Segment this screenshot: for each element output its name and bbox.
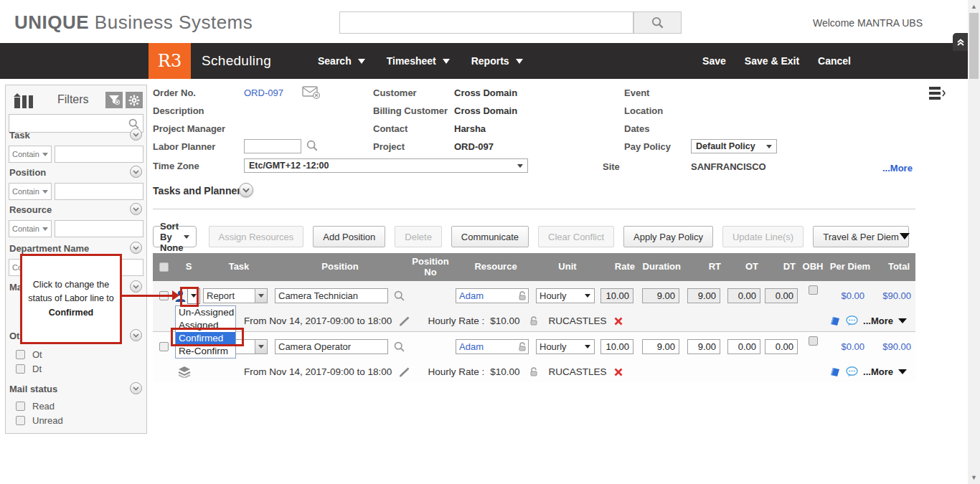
unlock-icon[interactable] (518, 291, 527, 301)
status-option-assigned[interactable]: Assigned (176, 319, 235, 332)
pay-policy-select[interactable]: Default Policy (691, 139, 777, 153)
resource-operator-select[interactable]: Contain (9, 220, 52, 237)
unread-checkbox[interactable] (16, 416, 25, 425)
book-icon[interactable] (829, 315, 841, 326)
communicate-button[interactable]: Communicate (451, 226, 529, 247)
dt-input[interactable]: 0.00 (765, 288, 798, 303)
update-lines-button[interactable]: Update Line(s) (722, 226, 804, 247)
add-position-button[interactable]: Add Position (313, 226, 385, 247)
search-icon[interactable] (393, 290, 405, 302)
remove-crew-icon[interactable] (614, 317, 623, 326)
menu-reports[interactable]: Reports (471, 55, 523, 67)
toolbar-more-caret-icon[interactable] (900, 233, 910, 239)
sort-by-select[interactable]: Sort By None (153, 226, 197, 247)
search-icon[interactable] (306, 139, 319, 152)
position-filter-input[interactable] (55, 183, 143, 200)
section-collapse-chevron-icon[interactable] (130, 128, 142, 141)
scroll-up-icon[interactable]: ▲ (968, 1, 980, 12)
section-collapse-chevron-icon[interactable] (130, 382, 142, 394)
menu-search[interactable]: Search (318, 55, 365, 67)
ot-input[interactable]: 0.00 (727, 288, 760, 303)
remove-crew-icon[interactable] (614, 368, 623, 376)
rt-input[interactable]: 9.00 (687, 288, 720, 303)
apply-pay-policy-button[interactable]: Apply Pay Policy (623, 226, 713, 247)
per-diem-link[interactable]: $0.00 (841, 341, 864, 352)
section-collapse-chevron-icon[interactable] (130, 329, 142, 341)
scroll-down-icon[interactable]: ▼ (968, 472, 980, 483)
status-option-confirmed[interactable]: Confirmed (176, 332, 235, 345)
filter-settings-button[interactable] (126, 92, 143, 108)
delete-button[interactable]: Delete (395, 226, 442, 247)
cancel-button[interactable]: Cancel (818, 55, 851, 67)
travel-per-diem-button[interactable]: Travel & Per Diem (813, 226, 909, 247)
save-exit-button[interactable]: Save & Exit (745, 55, 799, 67)
col-rate: Rate (599, 262, 641, 272)
status-dropdown-button[interactable] (187, 288, 200, 304)
panel-menu-icon[interactable] (929, 86, 946, 100)
labor-line-row: Report Camera Technician Adam Hourly 10.… (153, 281, 915, 331)
rate-input[interactable]: 10.00 (600, 339, 633, 354)
company-logo: UNIQUE Business Systems (14, 11, 253, 34)
task-filter-input[interactable] (55, 146, 143, 163)
mail-disabled-icon[interactable] (302, 85, 321, 100)
collapse-header-button[interactable] (953, 33, 968, 51)
section-collapse-chevron-icon[interactable] (130, 203, 142, 215)
status-option-reconfirm[interactable]: Re-Confirm (176, 345, 235, 358)
unit-select[interactable]: Hourly (536, 339, 595, 354)
labor-planner-input[interactable] (244, 139, 301, 153)
comment-icon[interactable] (846, 315, 858, 326)
clear-filter-button[interactable] (105, 92, 123, 108)
rt-input[interactable]: 9.00 (687, 339, 720, 354)
resource-input[interactable]: Adam (456, 288, 529, 303)
position-input[interactable]: Camera Technician (275, 288, 388, 303)
ot-input[interactable]: 0.00 (727, 339, 760, 354)
unlock-icon[interactable] (529, 316, 538, 326)
position-input[interactable]: Camera Operator (275, 339, 388, 354)
row-more-link[interactable]: ...More (863, 315, 893, 326)
obh-checkbox[interactable] (809, 336, 818, 346)
r3-brand-logo[interactable]: R3 (149, 43, 191, 79)
status-option-unassigned[interactable]: Un-Assigned (176, 306, 235, 319)
more-fields-link[interactable]: ...More (882, 163, 913, 174)
clear-conflict-button[interactable]: Clear Conflict (538, 226, 614, 247)
dt-input[interactable]: 0.00 (765, 339, 798, 354)
scrollbar-thumb[interactable] (969, 13, 979, 79)
row-more-link[interactable]: ...More (863, 366, 893, 377)
row-checkbox[interactable] (159, 342, 169, 351)
vertical-scrollbar[interactable]: ▲ ▼ (968, 0, 980, 484)
menu-timesheet[interactable]: Timesheet (387, 55, 450, 67)
section-collapse-chevron-icon[interactable] (130, 166, 142, 178)
layers-icon[interactable] (178, 366, 191, 378)
position-operator-select[interactable]: Contain (9, 183, 52, 200)
book-icon[interactable] (829, 366, 841, 377)
unlock-icon[interactable] (529, 367, 538, 377)
section-collapse-chevron-icon[interactable] (130, 242, 142, 254)
task-select[interactable]: Report (203, 288, 268, 303)
comment-icon[interactable] (846, 366, 858, 377)
unlock-icon[interactable] (518, 342, 527, 352)
section-collapse-chevron-icon[interactable] (130, 280, 142, 293)
unit-select[interactable]: Hourly (536, 288, 595, 303)
rate-input[interactable]: 10.00 (600, 288, 633, 303)
time-zone-select[interactable]: Etc/GMT+12 -12:00 (244, 158, 528, 173)
save-button[interactable]: Save (702, 55, 726, 67)
resource-input[interactable]: Adam (456, 339, 529, 354)
tasks-planners-collapse-icon[interactable] (239, 183, 253, 197)
global-search-button[interactable] (633, 11, 682, 34)
select-all-checkbox[interactable] (159, 262, 169, 272)
duration-input[interactable]: 9.00 (642, 288, 679, 303)
duration-input[interactable]: 9.00 (642, 339, 679, 354)
per-diem-link[interactable]: $0.00 (841, 290, 864, 301)
resource-filter-input[interactable] (55, 220, 143, 237)
assign-resources-button[interactable]: Assign Resources (209, 226, 304, 247)
global-search-input[interactable] (339, 11, 633, 34)
order-no-value[interactable]: ORD-097 (244, 87, 283, 98)
dt-checkbox[interactable] (16, 364, 25, 374)
ot-checkbox[interactable] (16, 350, 25, 359)
search-icon[interactable] (393, 341, 405, 353)
task-operator-select[interactable]: Contain (9, 146, 52, 163)
obh-checkbox[interactable] (809, 285, 818, 295)
edit-pencil-icon[interactable] (399, 367, 410, 377)
read-checkbox[interactable] (16, 402, 25, 411)
edit-pencil-icon[interactable] (399, 316, 410, 326)
